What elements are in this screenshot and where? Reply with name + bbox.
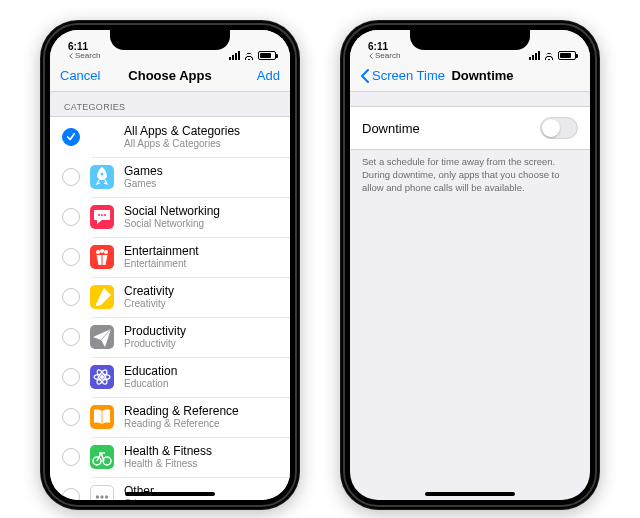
category-labels: Social NetworkingSocial Networking	[124, 204, 220, 230]
back-button[interactable]: Screen Time	[360, 68, 445, 83]
category-row[interactable]: All Apps & CategoriesAll Apps & Categori…	[50, 117, 290, 157]
content-scroll[interactable]: Categories All Apps & CategoriesAll Apps…	[50, 92, 290, 500]
rocket-icon	[90, 165, 114, 189]
category-labels: All Apps & CategoriesAll Apps & Categori…	[124, 124, 240, 150]
radio-unchecked-icon[interactable]	[62, 408, 80, 426]
content-scroll[interactable]: Downtime Set a schedule for time away fr…	[350, 92, 590, 500]
svg-point-12	[103, 457, 111, 465]
radio-checked-icon[interactable]	[62, 128, 80, 146]
category-subtitle: All Apps & Categories	[124, 138, 240, 150]
radio-unchecked-icon[interactable]	[62, 368, 80, 386]
book-icon	[90, 405, 114, 429]
radio-unchecked-icon[interactable]	[62, 208, 80, 226]
category-subtitle: Productivity	[124, 338, 186, 350]
category-labels: GamesGames	[124, 164, 163, 190]
home-indicator[interactable]	[125, 492, 215, 496]
category-title: Education	[124, 364, 177, 378]
radio-unchecked-icon[interactable]	[62, 448, 80, 466]
radio-unchecked-icon[interactable]	[62, 328, 80, 346]
notch	[410, 30, 530, 50]
nav-bar: Screen Time Downtime	[350, 60, 590, 92]
downtime-footer-text: Set a schedule for time away from the sc…	[350, 150, 590, 200]
category-row[interactable]: GamesGames	[50, 157, 290, 197]
atom-icon	[90, 365, 114, 389]
category-labels: EntertainmentEntertainment	[124, 244, 199, 270]
category-title: All Apps & Categories	[124, 124, 240, 138]
category-row[interactable]: Social NetworkingSocial Networking	[50, 197, 290, 237]
svg-point-0	[101, 173, 104, 176]
downtime-toggle-row[interactable]: Downtime	[350, 106, 590, 150]
screen: 6:11 Search Cancel Choose Apps Add Categ…	[50, 30, 290, 500]
battery-icon	[558, 51, 576, 60]
radio-unchecked-icon[interactable]	[62, 248, 80, 266]
cancel-button[interactable]: Cancel	[60, 68, 120, 83]
screen: 6:11 Search Screen Time	[350, 30, 590, 500]
category-row[interactable]: EntertainmentEntertainment	[50, 237, 290, 277]
svg-point-1	[98, 214, 100, 216]
status-back-to-app[interactable]: Search	[368, 52, 400, 60]
back-label: Screen Time	[372, 68, 445, 83]
svg-point-13	[96, 495, 99, 498]
radio-unchecked-icon[interactable]	[62, 488, 80, 500]
cellular-signal-icon	[529, 51, 540, 60]
iphone-left: 6:11 Search Cancel Choose Apps Add Categ…	[40, 20, 300, 510]
radio-unchecked-icon[interactable]	[62, 288, 80, 306]
category-row[interactable]: CreativityCreativity	[50, 277, 290, 317]
svg-point-4	[96, 250, 100, 254]
category-subtitle: Other	[124, 498, 154, 500]
category-title: Productivity	[124, 324, 186, 338]
category-list: All Apps & CategoriesAll Apps & Categori…	[50, 116, 290, 500]
svg-point-2	[101, 214, 103, 216]
nav-bar: Cancel Choose Apps Add	[50, 60, 290, 92]
home-indicator[interactable]	[425, 492, 515, 496]
nav-title: Downtime	[451, 68, 513, 83]
brush-icon	[90, 285, 114, 309]
category-title: Games	[124, 164, 163, 178]
category-subtitle: Social Networking	[124, 218, 220, 230]
category-labels: ProductivityProductivity	[124, 324, 186, 350]
category-title: Reading & Reference	[124, 404, 239, 418]
status-back-to-app[interactable]: Search	[68, 52, 100, 60]
svg-point-6	[104, 250, 108, 254]
nav-title: Choose Apps	[128, 68, 211, 83]
category-row[interactable]: Reading & ReferenceReading & Reference	[50, 397, 290, 437]
dots-icon	[90, 485, 114, 500]
category-labels: EducationEducation	[124, 364, 177, 390]
battery-icon	[258, 51, 276, 60]
cellular-signal-icon	[229, 51, 240, 60]
bike-icon	[90, 445, 114, 469]
category-subtitle: Games	[124, 178, 163, 190]
chevron-left-icon	[68, 53, 74, 59]
downtime-switch[interactable]	[540, 117, 578, 139]
category-subtitle: Entertainment	[124, 258, 199, 270]
category-labels: CreativityCreativity	[124, 284, 174, 310]
radio-unchecked-icon[interactable]	[62, 168, 80, 186]
paperplane-icon	[90, 325, 114, 349]
category-title: Entertainment	[124, 244, 199, 258]
svg-point-7	[100, 375, 104, 379]
popcorn-icon	[90, 245, 114, 269]
category-labels: Reading & ReferenceReading & Reference	[124, 404, 239, 430]
section-header-categories: Categories	[50, 92, 290, 116]
category-subtitle: Reading & Reference	[124, 418, 239, 430]
category-row[interactable]: EducationEducation	[50, 357, 290, 397]
category-subtitle: Health & Fitness	[124, 458, 212, 470]
svg-point-15	[105, 495, 108, 498]
svg-point-3	[104, 214, 106, 216]
category-subtitle: Creativity	[124, 298, 174, 310]
category-title: Creativity	[124, 284, 174, 298]
category-row[interactable]: Health & FitnessHealth & Fitness	[50, 437, 290, 477]
category-subtitle: Education	[124, 378, 177, 390]
svg-point-14	[100, 495, 103, 498]
downtime-label: Downtime	[362, 121, 420, 136]
chat-icon	[90, 205, 114, 229]
notch	[110, 30, 230, 50]
category-labels: Health & FitnessHealth & Fitness	[124, 444, 212, 470]
add-button[interactable]: Add	[220, 68, 280, 83]
iphone-right: 6:11 Search Screen Time	[340, 20, 600, 510]
category-title: Social Networking	[124, 204, 220, 218]
chevron-left-icon	[360, 69, 370, 83]
category-row[interactable]: ProductivityProductivity	[50, 317, 290, 357]
chevron-left-icon	[368, 53, 374, 59]
category-row[interactable]: OtherOther	[50, 477, 290, 500]
